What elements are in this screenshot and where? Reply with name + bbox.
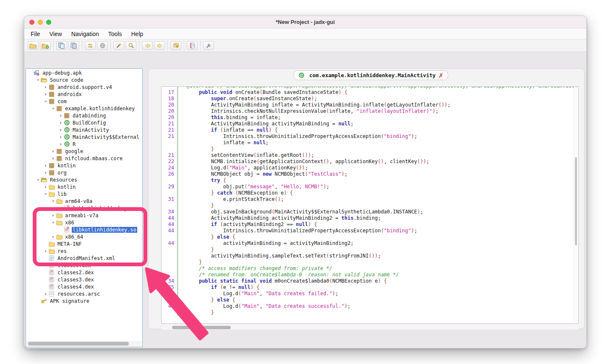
tree-item-r[interactable]: GR bbox=[26, 140, 142, 148]
line-number: 34 bbox=[162, 209, 178, 215]
chevron-down-icon[interactable] bbox=[50, 220, 56, 225]
tree-item-mainactivity-external[interactable]: GMainActivity$$External bbox=[26, 133, 142, 140]
tree-item-buildconfig[interactable]: GBuildConfig bbox=[26, 119, 142, 126]
menu-file[interactable]: File bbox=[26, 29, 45, 39]
menu-tools[interactable]: Tools bbox=[104, 29, 127, 39]
export-button[interactable] bbox=[68, 41, 79, 50]
tree-item-app-debug-apk[interactable]: app-debug.apk bbox=[26, 69, 142, 76]
chevron-right-icon[interactable] bbox=[43, 84, 48, 90]
deobfuscation-wand-button[interactable] bbox=[113, 41, 124, 50]
line-number: 44 bbox=[162, 240, 178, 247]
tree-item-databinding[interactable]: databinding bbox=[26, 112, 142, 119]
editor-vscrollbar-thumb[interactable] bbox=[575, 157, 577, 245]
tree-item-androidx[interactable]: androidx bbox=[26, 91, 142, 98]
open-file-button[interactable] bbox=[28, 41, 39, 50]
tree-item-androidmanifest-xml[interactable]: AndroidManifest.xml bbox=[26, 255, 142, 262]
editor-hscrollbar-thumb[interactable] bbox=[172, 326, 231, 329]
chevron-right-icon[interactable] bbox=[58, 141, 63, 147]
chevron-down-icon[interactable] bbox=[43, 191, 48, 197]
chevron-right-icon[interactable] bbox=[58, 113, 63, 118]
chevron-right-icon[interactable] bbox=[50, 156, 56, 161]
tree-item-armeabi-v7a[interactable]: armeabi-v7a bbox=[26, 212, 142, 219]
search-button[interactable] bbox=[125, 41, 136, 50]
tree-item-mainactivity[interactable]: GMainActivity bbox=[26, 126, 142, 133]
close-tab-icon[interactable]: ✗ bbox=[439, 73, 444, 78]
chevron-down-icon[interactable] bbox=[50, 198, 56, 204]
chevron-spacer bbox=[58, 205, 63, 211]
code-line: } bbox=[162, 259, 573, 265]
chevron-right-icon[interactable] bbox=[43, 163, 48, 168]
tree-item-source-code[interactable]: Source code bbox=[26, 76, 142, 83]
tree-item-classes-dex[interactable]: JXclasses.dex bbox=[26, 262, 142, 269]
chevron-right-icon[interactable] bbox=[50, 148, 56, 154]
chevron-right-icon[interactable] bbox=[58, 120, 63, 125]
tree-item-android-support-v4[interactable]: android.support.v4 bbox=[26, 83, 142, 91]
menu-navigation[interactable]: Navigation bbox=[67, 29, 104, 39]
forward-arrow-button[interactable] bbox=[154, 41, 165, 50]
chevron-down-icon[interactable] bbox=[35, 177, 41, 182]
tree-item-resources-arsc[interactable]: resources.arsc bbox=[26, 290, 142, 297]
tree-item-kotlin[interactable]: kotlin bbox=[26, 162, 142, 169]
tree-item-classes4-dex[interactable]: JXclasses4.dex bbox=[26, 283, 142, 290]
code-editor[interactable]: @Override // android.support.v4.app.Frag… bbox=[161, 86, 579, 324]
tree-item-label: R bbox=[72, 141, 76, 147]
tree-item-google[interactable]: google bbox=[26, 148, 142, 155]
tree-item-meta-inf[interactable]: META-INF bbox=[26, 240, 142, 247]
editor-horizontal-scrollbar[interactable] bbox=[161, 325, 579, 330]
tree-item-arm64-v8a[interactable]: arm64-v8a bbox=[26, 198, 142, 205]
tree-item-apk-signature[interactable]: APK signature bbox=[26, 297, 142, 304]
tree-scrollbar-thumb[interactable] bbox=[28, 342, 129, 346]
menu-view[interactable]: View bbox=[45, 29, 67, 39]
tree-item-classes2-dex[interactable]: JXclasses2.dex bbox=[26, 269, 142, 276]
tree-item-label: classes.dex bbox=[57, 263, 91, 268]
tab-title: com.example.kotlinhiddenkey.MainActivity bbox=[309, 72, 436, 78]
save-all-button[interactable] bbox=[56, 41, 67, 50]
tree-item-com[interactable]: com bbox=[26, 98, 142, 105]
chevron-right-icon[interactable] bbox=[43, 91, 48, 97]
chevron-right-icon[interactable] bbox=[58, 134, 63, 140]
tree-item-x86-64[interactable]: x86_64 bbox=[26, 233, 142, 240]
line-number bbox=[162, 234, 178, 240]
tree-item-classes3-dex[interactable]: JXclasses3.dex bbox=[26, 276, 142, 283]
back-arrow-button[interactable] bbox=[142, 41, 153, 50]
chevron-down-icon[interactable] bbox=[43, 99, 48, 104]
sync-button[interactable] bbox=[85, 41, 96, 50]
line-text: if (activityMainBinding2 == null) { bbox=[178, 221, 573, 228]
chevron-right-icon[interactable] bbox=[43, 170, 48, 175]
certificate-button[interactable] bbox=[170, 41, 181, 50]
tab-mainactivity[interactable]: G com.example.kotlinhiddenkey.MainActivi… bbox=[293, 70, 448, 80]
chevron-right-icon[interactable] bbox=[43, 291, 48, 296]
open-project-button[interactable] bbox=[40, 41, 51, 50]
chevron-right-icon[interactable] bbox=[50, 234, 56, 239]
tree-item-libkotlinhiddenkey-so[interactable]: libkotlinhiddenkey.so bbox=[26, 226, 142, 233]
dex-icon: JX bbox=[48, 276, 55, 283]
chevron-right-icon[interactable] bbox=[50, 213, 56, 218]
chevron-down-icon[interactable] bbox=[50, 106, 56, 111]
tree-item-example-kotlinhiddenkey[interactable]: example.kotlinhiddenkey bbox=[26, 105, 142, 112]
tree-item-x86[interactable]: x86 bbox=[26, 219, 142, 226]
tree-horizontal-scrollbar[interactable] bbox=[26, 341, 142, 346]
preferences-wrench-button[interactable] bbox=[203, 41, 214, 50]
tree-item-lib[interactable]: lib bbox=[26, 190, 142, 198]
editor-vertical-scrollbar[interactable] bbox=[574, 87, 578, 323]
line-text: this.binding = inflate; bbox=[178, 114, 573, 121]
line-number bbox=[162, 86, 178, 89]
tree-item-org[interactable]: org bbox=[26, 169, 142, 176]
tree-item-nifcloud-mbaas-core[interactable]: nifcloud.mbaas.core bbox=[26, 155, 142, 162]
log-viewer-button[interactable] bbox=[187, 41, 198, 50]
chevron-down-icon[interactable] bbox=[35, 77, 41, 83]
chevron-right-icon[interactable] bbox=[43, 184, 48, 190]
project-tree-panel[interactable]: app-debug.apkSource codeandroid.support.… bbox=[26, 68, 143, 347]
title-bar[interactable]: *New Project - jadx-gui bbox=[24, 16, 586, 29]
globe-button[interactable] bbox=[97, 41, 108, 50]
chevron-right-icon[interactable] bbox=[43, 248, 48, 254]
tree-item-resources[interactable]: 010Resources bbox=[26, 176, 142, 183]
menu-help[interactable]: Help bbox=[127, 29, 148, 39]
svg-text:G: G bbox=[65, 142, 68, 146]
tree-item-libkotlinhiddenkey-so[interactable]: libkotlinhiddenkey.so bbox=[26, 205, 142, 212]
chevron-right-icon[interactable] bbox=[58, 127, 63, 133]
line-number bbox=[162, 297, 178, 303]
line-text: obj.saveInBackground(MainActivity$$Exter… bbox=[178, 209, 573, 215]
tree-item-res[interactable]: res bbox=[26, 247, 142, 255]
tree-item-kotlin[interactable]: kotlin bbox=[26, 183, 142, 190]
